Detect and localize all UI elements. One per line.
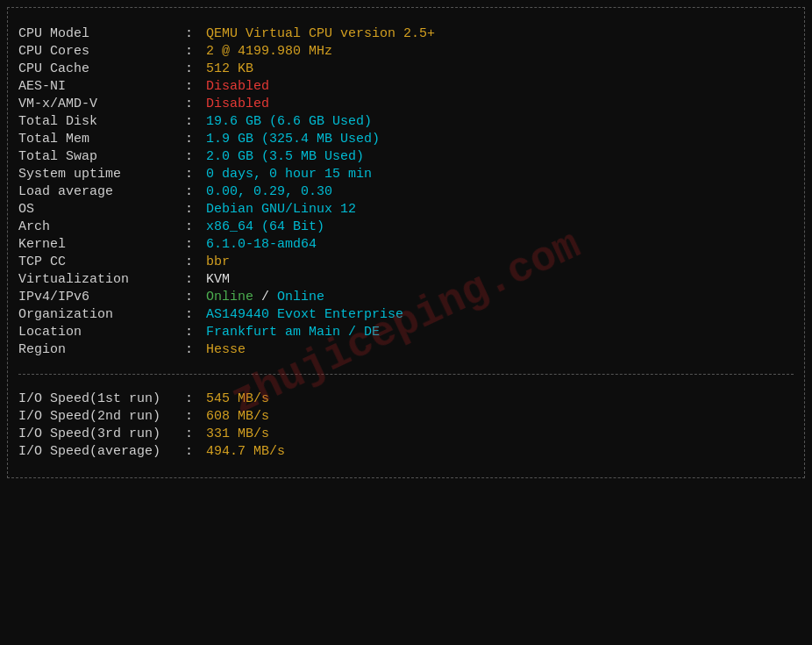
table-row: CPU Cores : 2 @ 4199.980 MHz	[18, 44, 794, 59]
table-row: Location : Frankfurt am Main / DE	[18, 325, 794, 340]
ipv6-status: Online	[277, 290, 324, 305]
vmx-value: Disabled	[206, 97, 269, 111]
colon: :	[185, 391, 201, 406]
colon: :	[185, 114, 201, 129]
arch-label: Arch	[18, 219, 185, 234]
io-avg-label: I/O Speed(average)	[18, 444, 185, 459]
total-mem-label: Total Mem	[18, 132, 185, 147]
ipv46-separator: /	[253, 290, 277, 305]
aes-ni-value: Disabled	[206, 79, 269, 94]
colon: :	[185, 202, 201, 217]
table-row: System uptime : 0 days, 0 hour 15 min	[18, 167, 794, 182]
table-row: Total Mem : 1.9 GB (325.4 MB Used)	[18, 132, 794, 147]
table-row: I/O Speed(2nd run) : 608 MB/s	[18, 409, 794, 424]
region-value: Hesse	[206, 342, 246, 357]
table-row: IPv4/IPv6 : Online / Online	[18, 290, 794, 305]
colon: :	[185, 426, 201, 441]
table-row: Total Swap : 2.0 GB (3.5 MB Used)	[18, 149, 794, 164]
load-avg-value: 0.00, 0.29, 0.30	[206, 184, 332, 199]
organization-label: Organization	[18, 307, 185, 322]
load-avg-label: Load average	[18, 184, 185, 199]
colon: :	[185, 444, 201, 459]
table-row: Load average : 0.00, 0.29, 0.30	[18, 184, 794, 199]
vmx-label: VM-x/AMD-V	[18, 97, 185, 111]
total-disk-label: Total Disk	[18, 114, 185, 129]
table-row: CPU Model : QEMU Virtual CPU version 2.5…	[18, 26, 794, 41]
region-label: Region	[18, 342, 185, 357]
colon: :	[185, 149, 201, 164]
colon: :	[185, 272, 201, 287]
uptime-label: System uptime	[18, 167, 185, 182]
colon: :	[185, 44, 201, 59]
cpu-cache-label: CPU Cache	[18, 61, 185, 76]
tcp-cc-label: TCP CC	[18, 254, 185, 269]
io-3rd-value: 331 MB/s	[206, 426, 269, 441]
colon: :	[185, 184, 201, 199]
io-3rd-label: I/O Speed(3rd run)	[18, 426, 185, 441]
uptime-value: 0 days, 0 hour 15 min	[206, 167, 372, 182]
section-divider	[18, 374, 794, 375]
colon: :	[185, 167, 201, 182]
colon: :	[185, 307, 201, 322]
colon: :	[185, 237, 201, 252]
table-row: Virtualization : KVM	[18, 272, 794, 287]
table-row: Region : Hesse	[18, 342, 794, 357]
table-row: Total Disk : 19.6 GB (6.6 GB Used)	[18, 114, 794, 129]
colon: :	[185, 26, 201, 41]
table-row: AES-NI : Disabled	[18, 79, 794, 94]
io-1st-label: I/O Speed(1st run)	[18, 391, 185, 406]
cpu-model-value: QEMU Virtual CPU version 2.5+	[206, 26, 435, 41]
ipv4-status: Online	[206, 290, 253, 305]
io-avg-value: 494.7 MB/s	[206, 444, 285, 459]
colon: :	[185, 219, 201, 234]
colon: :	[185, 97, 201, 111]
location-value: Frankfurt am Main / DE	[206, 325, 380, 340]
total-swap-label: Total Swap	[18, 149, 185, 164]
total-mem-value: 1.9 GB (325.4 MB Used)	[206, 132, 380, 147]
io-1st-value: 545 MB/s	[206, 391, 269, 406]
colon: :	[185, 132, 201, 147]
arch-value: x86_64 (64 Bit)	[206, 219, 324, 234]
virtualization-value: KVM	[206, 272, 230, 287]
table-row: OS : Debian GNU/Linux 12	[18, 202, 794, 217]
io-section: I/O Speed(1st run) : 545 MB/s I/O Speed(…	[18, 382, 794, 469]
ipv46-label: IPv4/IPv6	[18, 290, 185, 305]
colon: :	[185, 61, 201, 76]
table-row: I/O Speed(1st run) : 545 MB/s	[18, 391, 794, 406]
colon: :	[185, 79, 201, 94]
cpu-model-label: CPU Model	[18, 26, 185, 41]
tcp-cc-value: bbr	[206, 254, 230, 269]
table-row: Arch : x86_64 (64 Bit)	[18, 219, 794, 234]
table-row: TCP CC : bbr	[18, 254, 794, 269]
cpu-cores-value: 2 @ 4199.980 MHz	[206, 44, 332, 59]
location-label: Location	[18, 325, 185, 340]
table-row: I/O Speed(3rd run) : 331 MB/s	[18, 426, 794, 441]
colon: :	[185, 342, 201, 357]
table-row: CPU Cache : 512 KB	[18, 61, 794, 76]
total-swap-value: 2.0 GB (3.5 MB Used)	[206, 149, 364, 164]
os-label: OS	[18, 202, 185, 217]
total-disk-value: 19.6 GB (6.6 GB Used)	[206, 114, 372, 129]
main-container: CPU Model : QEMU Virtual CPU version 2.5…	[7, 7, 805, 478]
virtualization-label: Virtualization	[18, 272, 185, 287]
os-value: Debian GNU/Linux 12	[206, 202, 356, 217]
colon: :	[185, 409, 201, 424]
table-row: Kernel : 6.1.0-18-amd64	[18, 237, 794, 252]
table-row: Organization : AS149440 Evoxt Enterprise	[18, 307, 794, 322]
cpu-cache-value: 512 KB	[206, 61, 253, 76]
io-2nd-label: I/O Speed(2nd run)	[18, 409, 185, 424]
organization-value: AS149440 Evoxt Enterprise	[206, 307, 403, 322]
colon: :	[185, 325, 201, 340]
colon: :	[185, 254, 201, 269]
aes-ni-label: AES-NI	[18, 79, 185, 94]
system-section: CPU Model : QEMU Virtual CPU version 2.5…	[18, 17, 794, 367]
cpu-cores-label: CPU Cores	[18, 44, 185, 59]
io-2nd-value: 608 MB/s	[206, 409, 269, 424]
table-row: VM-x/AMD-V : Disabled	[18, 97, 794, 111]
kernel-label: Kernel	[18, 237, 185, 252]
colon: :	[185, 290, 201, 305]
kernel-value: 6.1.0-18-amd64	[206, 237, 317, 252]
table-row: I/O Speed(average) : 494.7 MB/s	[18, 444, 794, 459]
